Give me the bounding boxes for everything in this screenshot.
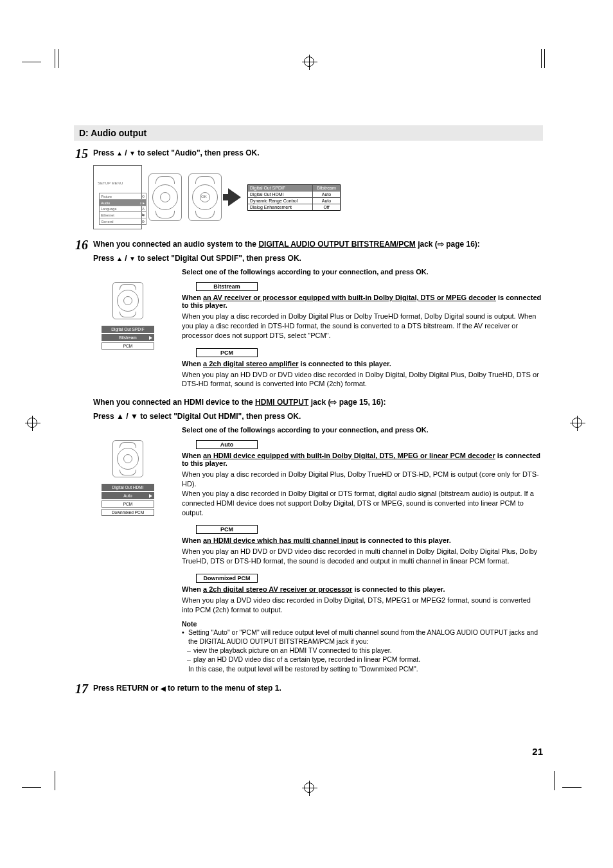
menu-item-ethernet: Ethernet⇆: [100, 212, 146, 218]
general-icon: ⚙: [141, 219, 145, 224]
step-number: 16: [74, 238, 93, 251]
crop-mark: [562, 787, 582, 788]
remote-dpad-icon: [112, 282, 143, 319]
step-15-diagram: SETUP MENU Picture⟲ Audio♪ ▸ LanguageA E…: [93, 165, 543, 229]
note-line-last: In this case, the output level will be r…: [182, 664, 543, 673]
setting-row-drc: Dynamic Range ControlAuto: [248, 198, 340, 204]
crop-mark: [55, 771, 55, 790]
remote-ok-icon: OK: [188, 173, 222, 221]
registration-mark-icon: [572, 418, 582, 428]
language-icon: A: [142, 207, 145, 211]
setup-menu-box: SETUP MENU Picture⟲ Audio♪ ▸ LanguageA E…: [93, 165, 142, 229]
menu-item-audio: Audio♪ ▸: [100, 200, 146, 206]
step-17: 17 Press RETURN or ◀ to return to the me…: [74, 682, 543, 695]
up-arrow-icon: ▲: [116, 150, 123, 157]
step-16-line2: Press ▲ / ▼ to select "Digital Out SPDIF…: [93, 254, 543, 263]
section-header: D: Audio output: [74, 125, 543, 141]
setting-row-spdif: Digital Out SPDIFBitstream: [248, 185, 340, 191]
crop-mark: [554, 771, 555, 790]
ethernet-icon: ⇆: [141, 213, 145, 217]
page-number: 21: [532, 746, 543, 757]
remote-dpad-icon: [148, 173, 182, 221]
crop-mark: [541, 49, 542, 68]
setting-row-hdmi: Digital Out HDMIAuto: [248, 191, 340, 198]
hdmi-pcm-when: When an HDMI device which has multi chan…: [182, 536, 543, 544]
pointer-icon: ⇨: [330, 398, 337, 407]
osd-item-bitstream: Bitstream: [102, 334, 154, 341]
crop-mark: [58, 49, 58, 68]
crop-mark: [22, 62, 41, 62]
pcm-when: When a 2ch digital stereo amplifier is c…: [182, 360, 543, 368]
osd-title: Digital Out HDMI: [102, 484, 154, 491]
pcm-desc: When you play an HD DVD or DVD video dis…: [182, 370, 543, 389]
crop-mark: [55, 49, 55, 68]
step-15: 15 Press ▲ / ▼ to select "Audio", then p…: [74, 147, 543, 160]
page-content: D: Audio output 15 Press ▲ / ▼ to select…: [74, 125, 543, 700]
option-label-pcm: PCM: [196, 348, 258, 357]
note-title: Note: [182, 620, 543, 628]
setting-row-dialog: Dialog EnhancementOff: [248, 204, 340, 210]
crop-mark: [22, 787, 41, 788]
left-arrow-icon: ◀: [161, 685, 166, 692]
bitstream-desc: When you play a disc recorded in Dolby D…: [182, 312, 543, 341]
osd-item-pcm: PCM: [102, 342, 154, 350]
spdif-osd: Digital Out SPDIF Bitstream PCM: [102, 326, 154, 350]
registration-mark-icon: [304, 57, 314, 67]
crop-mark: [544, 49, 545, 68]
step-15-title: Press ▲ / ▼ to select "Audio", then pres…: [93, 148, 543, 157]
up-arrow-icon: ▲: [116, 412, 124, 421]
down-arrow-icon: ▼: [129, 150, 136, 157]
picture-icon: ⟲: [141, 194, 145, 199]
option-label-bitstream: Bitstream: [196, 282, 258, 291]
note-bullet-1: Setting "Auto" or "PCM" will reduce outp…: [182, 628, 543, 646]
note-dash-2: play an HD DVD video disc of a certain t…: [182, 655, 543, 664]
hdmi-heading: When you connected an HDMI device to the…: [93, 398, 543, 407]
bitstream-when: When an AV receiver or processor equippe…: [182, 294, 543, 309]
step-17-title: Press RETURN or ◀ to return to the menu …: [93, 684, 543, 693]
note-block: Note Setting "Auto" or "PCM" will reduce…: [182, 620, 543, 673]
menu-item-picture: Picture⟲: [100, 193, 146, 200]
note-dash-1: view the playback picture on an HDMI TV …: [182, 646, 543, 655]
remote-dpad-icon: [112, 440, 143, 477]
step-number: 17: [74, 682, 93, 695]
audio-icon: ♪ ▸: [139, 200, 145, 205]
registration-mark-icon: [27, 418, 37, 428]
auto-when: When an HDMI device equipped with built-…: [182, 452, 543, 467]
pointer-icon: ⇨: [438, 240, 444, 249]
option-label-hdmi-pcm: PCM: [196, 525, 258, 534]
downmixed-when: When a 2ch digital stereo AV receiver or…: [182, 585, 543, 593]
hdmi-options-block: Digital Out HDMI Auto PCM Downmixed PCM …: [74, 440, 543, 673]
osd-title: Digital Out SPDIF: [102, 326, 154, 333]
arrow-right-icon: [228, 188, 241, 206]
step-16-line1: When you connected an audio system to th…: [93, 240, 543, 249]
step-16: 16 When you connected an audio system to…: [74, 238, 543, 263]
hdmi-osd: Digital Out HDMI Auto PCM Downmixed PCM: [102, 484, 154, 516]
setup-menu-list: Picture⟲ Audio♪ ▸ LanguageA Ethernet⇆ Ge…: [99, 193, 147, 225]
down-arrow-icon: ▼: [130, 412, 138, 421]
menu-item-language: LanguageA: [100, 206, 146, 212]
menu-item-general: General⚙: [100, 218, 146, 224]
registration-mark-icon: [304, 783, 314, 793]
audio-settings-table: Digital Out SPDIFBitstream Digital Out H…: [247, 184, 341, 211]
auto-desc: When you play a disc recorded in Dolby D…: [182, 470, 543, 517]
hdmi-select-prompt: Select one of the followings according t…: [182, 426, 543, 434]
osd-item-pcm: PCM: [102, 500, 154, 508]
hdmi-line2: Press ▲ / ▼ to select "Digital Out HDMI"…: [93, 412, 543, 421]
hdmi-pcm-desc: When you play an HD DVD or DVD video dis…: [182, 547, 543, 566]
option-label-auto: Auto: [196, 440, 258, 449]
up-arrow-icon: ▲: [116, 255, 123, 262]
osd-item-downmixed: Downmixed PCM: [102, 509, 154, 516]
osd-item-auto: Auto: [102, 492, 154, 499]
option-label-downmixed: Downmixed PCM: [196, 574, 258, 583]
spdif-bitstream-block: Digital Out SPDIF Bitstream PCM Bitstrea…: [74, 282, 543, 389]
down-arrow-icon: ▼: [129, 255, 136, 262]
step-number: 15: [74, 147, 93, 160]
spdif-select-prompt: Select one of the followings according t…: [182, 268, 543, 276]
downmixed-desc: When you play a DVD video disc recorded …: [182, 596, 543, 615]
